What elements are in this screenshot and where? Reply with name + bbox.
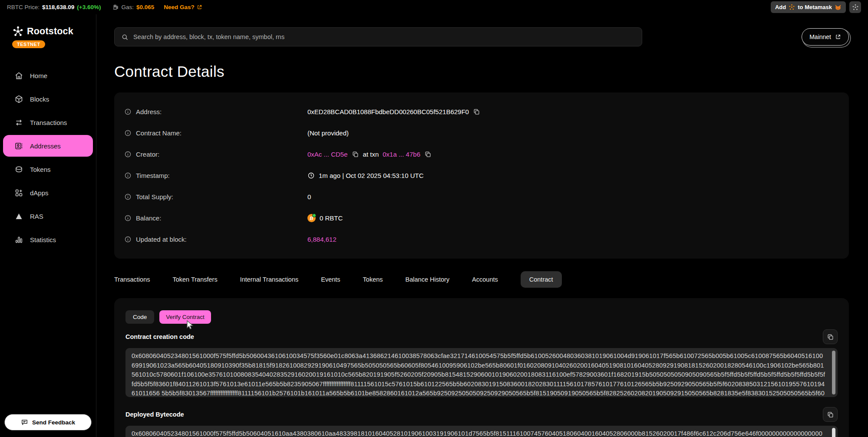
sidebar-item-tokens[interactable]: Tokens [0, 158, 96, 181]
tab-contract[interactable]: Contract [521, 271, 562, 288]
feedback-label: Send Feedback [32, 419, 75, 426]
detail-row-timestamp: Timestamp: 1m ago | Oct 02 2025 04:53:10… [124, 165, 839, 186]
add-label: Add [775, 4, 786, 10]
tab-internal-transactions[interactable]: Internal Transactions [240, 276, 299, 283]
creation-code-header: Contract creation code [125, 329, 838, 345]
info-icon[interactable] [124, 214, 132, 222]
sidebar-item-blocks[interactable]: Blocks [0, 87, 96, 111]
total-supply-value: 0 [307, 193, 311, 200]
page-title: Contract Details [114, 62, 849, 81]
info-icon[interactable] [124, 129, 132, 137]
external-link-icon [197, 4, 202, 10]
code-button[interactable]: Code [125, 310, 154, 324]
copy-bytecode-button[interactable] [823, 407, 838, 422]
detail-row-contract-name: Contract Name: (Not provided) [124, 122, 839, 144]
address-tabs: Transactions Token Transfers Internal Tr… [114, 271, 849, 288]
sidebar-item-label: Home [30, 72, 47, 79]
detail-row-total-supply: Total Supply: 0 [124, 186, 839, 207]
search-input[interactable] [133, 33, 635, 40]
detail-row-creator: Creator: 0xAc ... CD5e at txn 0x1a ... 4… [124, 144, 839, 165]
updated-block-link[interactable]: 6,884,612 [307, 236, 337, 243]
scrollbar-thumb[interactable] [832, 428, 835, 437]
tab-balance-history[interactable]: Balance History [406, 276, 450, 283]
creation-code-text: 0x608060405234801561000f575f5ffd5b506004… [132, 352, 825, 397]
topbar-actions: Add to Metamask [771, 1, 861, 13]
sidebar-item-dapps[interactable]: dApps [0, 181, 96, 204]
address-label: Address: [136, 108, 162, 115]
tab-events[interactable]: Events [321, 276, 340, 283]
price-gas-strip: RBTC Price: $118,638.09 (+3.60%) Gas: $0… [7, 4, 202, 10]
gas-pump-icon [112, 4, 119, 10]
updated-block-label: Updated at block: [136, 236, 187, 243]
swap-arrows-icon [14, 118, 23, 127]
sidebar-item-ras[interactable]: RAS [0, 204, 96, 228]
home-icon [14, 71, 23, 80]
sidebar-item-label: dApps [30, 189, 49, 197]
metamask-label: to Metamask [798, 4, 832, 10]
sidebar-item-label: Addresses [30, 142, 61, 150]
creator-address-link[interactable]: 0xAc ... CD5e [307, 151, 348, 158]
info-icon[interactable] [124, 108, 132, 115]
need-gas-label: Need Gas? [164, 4, 195, 10]
sidebar-item-label: Tokens [30, 166, 51, 173]
sidebar-item-label: Blocks [30, 95, 49, 103]
creator-label: Creator: [136, 151, 159, 158]
info-icon[interactable] [124, 236, 132, 243]
info-icon[interactable] [124, 151, 132, 158]
verify-contract-button[interactable]: Verify Contract [159, 310, 211, 324]
send-feedback-button[interactable]: Send Feedback [4, 414, 92, 430]
creator-txn-link[interactable]: 0x1a ... 47b6 [383, 151, 420, 158]
gas-label: Gas: [122, 4, 134, 10]
metamask-fox-icon [835, 4, 842, 11]
tab-tokens[interactable]: Tokens [363, 276, 383, 283]
add-to-metamask-button[interactable]: Add to Metamask [771, 1, 846, 13]
brand-name: Rootstock [27, 26, 73, 37]
bytecode-box[interactable]: 0x608060405234801561000f575f5ffd5b506040… [125, 426, 838, 437]
info-icon[interactable] [124, 172, 132, 179]
tab-accounts[interactable]: Accounts [472, 276, 498, 283]
copy-creation-code-button[interactable] [823, 329, 838, 344]
sidebar-item-addresses[interactable]: Addresses [3, 135, 93, 157]
sidebar-item-statistics[interactable]: Statistics [0, 228, 96, 251]
sidebar-item-home[interactable]: Home [0, 64, 96, 87]
tab-transactions[interactable]: Transactions [114, 276, 150, 283]
creation-code-box[interactable]: 0x608060405234801561000f575f5ffd5b506004… [125, 348, 838, 397]
coin-icon [14, 165, 23, 174]
bytecode-text: 0x608060405234801561000f575f5ffd5b506040… [132, 430, 822, 437]
contract-name-label: Contract Name: [136, 129, 182, 137]
copy-address-button[interactable] [473, 108, 480, 115]
bytecode-label: Deployed Bytecode [125, 411, 184, 418]
scrollbar-thumb[interactable] [832, 351, 835, 394]
cube-icon [14, 95, 23, 104]
address-value: 0xED28BCAD0B1088FbdbeDD00260BC05f521B629… [307, 108, 469, 115]
contract-name-value: (Not provided) [307, 129, 349, 137]
search-icon [121, 33, 129, 41]
topbar: RBTC Price: $118,638.09 (+3.60%) Gas: $0… [0, 0, 868, 14]
balance-value: 0 RBTC [320, 214, 343, 222]
sidebar-nav: Home Blocks Transactions Addresses Token… [0, 64, 96, 251]
copy-creator-button[interactable] [352, 151, 359, 158]
at-txn-label: at txn [363, 151, 379, 158]
info-icon[interactable] [124, 193, 132, 200]
contact-card-icon [14, 141, 23, 151]
timestamp-value: 1m ago | Oct 02 2025 04:53:10 UTC [319, 172, 424, 179]
detail-row-updated-block: Updated at block: 6,884,612 [124, 229, 839, 250]
total-supply-label: Total Supply: [136, 193, 173, 200]
network-switch-button[interactable]: Mainnet [802, 28, 849, 46]
detail-row-balance: Balance: B 0 RBTC [124, 207, 839, 229]
bytecode-header: Deployed Bytecode [125, 407, 838, 422]
sidebar: Rootstock TESTNET Home Blocks Transactio… [0, 14, 96, 437]
rootstock-flower-icon [12, 26, 24, 37]
balance-label: Balance: [136, 214, 161, 222]
tab-token-transfers[interactable]: Token Transfers [172, 276, 217, 283]
rootstock-widget-button[interactable] [849, 1, 861, 13]
search-bar[interactable] [114, 27, 642, 46]
sidebar-item-transactions[interactable]: Transactions [0, 111, 96, 134]
copy-txn-button[interactable] [424, 151, 432, 158]
rootstock-logo[interactable]: Rootstock [12, 26, 96, 37]
rbtc-price-change: (+3.60%) [77, 4, 101, 10]
gas-value: $0.065 [136, 4, 154, 10]
need-gas-link[interactable]: Need Gas? [164, 4, 202, 10]
detail-row-address: Address: 0xED28BCAD0B1088FbdbeDD00260BC0… [124, 101, 839, 122]
gas-group: Gas: $0.065 [112, 4, 155, 10]
